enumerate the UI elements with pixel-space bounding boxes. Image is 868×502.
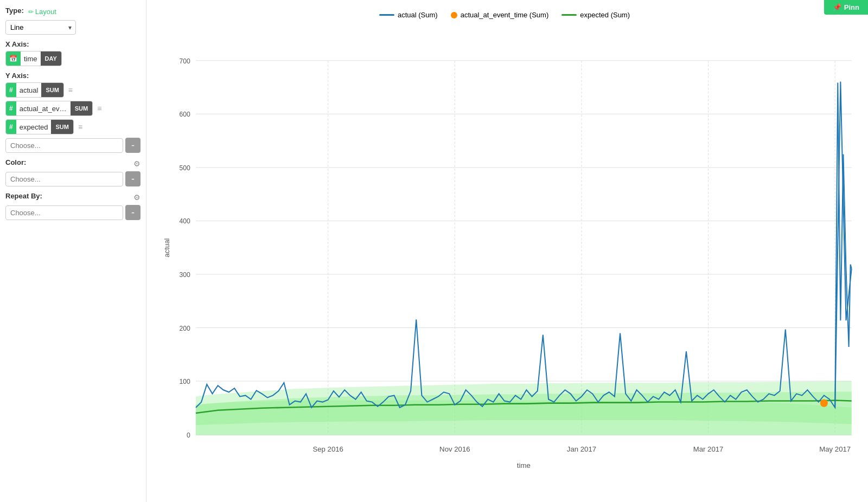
svg-text:100: 100 [179,378,190,385]
svg-text:500: 500 [179,164,190,172]
hash-icon-0: # [6,83,16,97]
calendar-icon: 📅 [6,52,21,66]
yfield-name-2: expected [16,123,52,131]
legend-label-expected: expected (Sum) [580,11,630,19]
xaxis-field-name: time [21,55,41,63]
hash-icon-1: # [6,101,16,115]
chart-legend: actual (Sum) actual_at_event_time (Sum) … [146,5,863,21]
type-section: Type: Layout Line [5,7,141,35]
svg-text:Sep 2016: Sep 2016 [312,445,343,453]
svg-text:Jan 2017: Jan 2017 [567,445,596,453]
sidebar: Type: Layout Line X Axis: 📅 time DAY Y A… [0,0,146,502]
yfield-pill-2: # expected SUM [5,119,74,134]
svg-text:700: 700 [179,57,190,65]
legend-item-event: actual_at_event_time (Sum) [451,11,549,19]
legend-line-expected [561,14,577,16]
drag-handle-0[interactable]: ≡ [66,86,73,94]
yfield-row-2: # expected SUM ≡ [5,119,141,134]
legend-label-actual: actual (Sum) [398,11,438,19]
yfield-pill-0: # actual SUM [5,82,64,98]
chart-container: actual 700 600 500 400 300 200 [163,21,863,497]
color-gear-icon[interactable]: ⚙ [133,159,141,168]
y-axis-section: Y Axis: # actual SUM ≡ # actual_at_event… [5,72,141,153]
legend-label-event: actual_at_event_time (Sum) [461,11,549,19]
pin-button[interactable]: 📌 Pinn [824,0,868,15]
yfield-choose-input[interactable] [5,138,123,153]
svg-text:600: 600 [179,111,190,118]
yfield-row-1: # actual_at_event_tim SUM ≡ [5,101,141,116]
yfield-row-0: # actual SUM ≡ [5,82,141,98]
color-section: Color: ⚙ - [5,158,141,186]
svg-text:time: time [517,461,531,469]
main-chart-area: 📌 Pinn actual (Sum) actual_at_event_time… [146,0,868,502]
legend-item-expected: expected (Sum) [561,11,630,19]
svg-text:May 2017: May 2017 [819,445,851,453]
color-minus-btn[interactable]: - [125,171,141,186]
svg-text:Mar 2017: Mar 2017 [693,445,724,453]
xaxis-field-pill: 📅 time DAY [5,51,62,66]
event-dot [820,400,828,407]
x-axis-section: X Axis: 📅 time DAY [5,40,141,66]
y-axis-label: actual [163,239,171,258]
pin-label: Pinn [844,3,859,11]
chart-bg [196,61,852,435]
yfield-choose-row: - [5,138,141,153]
svg-text:0: 0 [187,432,190,439]
repeat-section: Repeat By: ⚙ - [5,192,141,220]
drag-handle-2[interactable]: ≡ [76,123,82,131]
hash-icon-2: # [6,120,16,134]
repeat-minus-btn[interactable]: - [125,205,141,220]
svg-text:Nov 2016: Nov 2016 [439,445,470,453]
yfield-pill-1: # actual_at_event_tim SUM [5,101,93,116]
repeat-choose-input[interactable] [5,205,123,220]
yfield-minus-btn[interactable]: - [125,138,141,153]
yfield-agg-2[interactable]: SUM [51,120,73,134]
yfield-agg-0[interactable]: SUM [41,83,63,97]
xaxis-agg-btn[interactable]: DAY [41,52,61,66]
svg-text:200: 200 [179,325,190,332]
repeat-gear-icon[interactable]: ⚙ [133,193,141,202]
chart-type-select[interactable]: Line [5,20,76,35]
repeat-label: Repeat By: [5,192,42,200]
legend-dot-event [451,12,457,18]
xaxis-label: X Axis: [5,40,141,48]
legend-item-actual: actual (Sum) [379,11,438,19]
chart-svg: actual 700 600 500 400 300 200 [163,21,863,497]
yfield-name-1: actual_at_event_tim [16,105,71,113]
type-label: Type: [5,7,24,15]
pin-icon: 📌 [833,3,841,11]
yfield-agg-1[interactable]: SUM [71,101,92,115]
color-label: Color: [5,158,26,166]
svg-text:400: 400 [179,217,190,225]
color-choose-input[interactable] [5,172,123,186]
yaxis-label: Y Axis: [5,72,141,80]
yfield-name-0: actual [16,86,42,94]
layout-link[interactable]: Layout [28,8,56,16]
legend-line-actual [379,14,394,16]
drag-handle-1[interactable]: ≡ [95,104,101,113]
svg-text:300: 300 [179,271,190,279]
